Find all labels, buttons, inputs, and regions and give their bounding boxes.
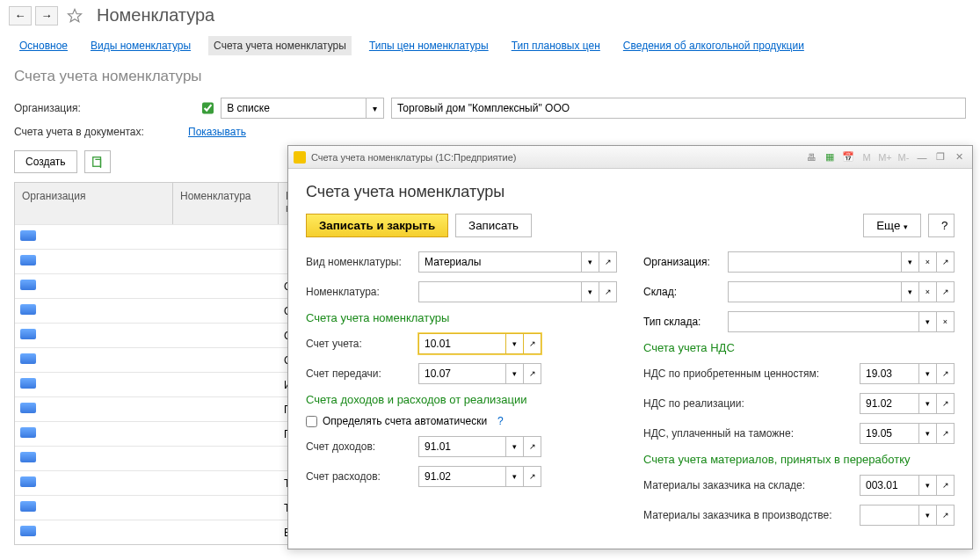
create-button[interactable]: Создать — [14, 150, 77, 173]
row-icon — [20, 476, 36, 487]
warehouse-label: Склад: — [643, 286, 722, 298]
transfer-input[interactable]: 10.07 ▾ ↗ — [418, 363, 541, 384]
chevron-down-icon[interactable]: ▾ — [506, 466, 524, 487]
warehouse-input[interactable]: ▾ × ↗ — [728, 281, 955, 302]
kind-label: Вид номенклатуры: — [306, 256, 413, 268]
warehouse-type-input[interactable]: ▾ × — [728, 311, 955, 332]
account-input[interactable]: 10.01 ▾ ↗ — [418, 333, 541, 354]
nav-forward-button[interactable]: → — [35, 6, 58, 25]
row-icon — [20, 526, 36, 536]
filter-mode-select[interactable]: В списке ▾ — [221, 98, 384, 119]
open-icon[interactable]: ↗ — [937, 393, 955, 414]
clear-icon[interactable]: × — [919, 281, 937, 302]
open-icon[interactable]: ↗ — [937, 251, 955, 273]
kind-input[interactable]: Материалы ▾ ↗ — [418, 251, 617, 273]
save-button[interactable]: Записать — [455, 214, 532, 237]
nav-back-button[interactable]: ← — [9, 6, 32, 25]
chevron-down-icon[interactable]: ▾ — [919, 475, 937, 496]
auto-accounts-label: Определять счета автоматически — [323, 415, 487, 427]
open-icon[interactable]: ↗ — [599, 281, 617, 302]
chevron-down-icon[interactable]: ▾ — [902, 251, 919, 273]
tab-price-types[interactable]: Типы цен номенклатуры — [364, 36, 494, 55]
mat-stock-input[interactable]: 003.01 ▾ ↗ — [860, 475, 955, 496]
tab-planned-price[interactable]: Тип плановых цен — [506, 36, 606, 55]
mat-prod-label: Материалы заказчика в производстве: — [643, 509, 854, 521]
col-organization[interactable]: Организация — [15, 183, 173, 224]
chevron-down-icon[interactable]: ▾ — [506, 333, 524, 354]
warehouse-type-label: Тип склада: — [643, 316, 722, 328]
m-minus-button[interactable]: M- — [896, 150, 911, 164]
row-icon — [20, 452, 36, 462]
svg-marker-0 — [69, 9, 82, 21]
clear-icon[interactable]: × — [937, 311, 955, 332]
group-materials-title: Счета учета материалов, принятых в перер… — [643, 453, 955, 466]
open-icon[interactable]: ↗ — [524, 466, 541, 487]
clear-icon[interactable]: × — [919, 251, 937, 273]
org-input[interactable]: ▾ × ↗ — [728, 251, 955, 273]
transfer-label: Счет передачи: — [306, 367, 413, 380]
vat-customs-input[interactable]: 19.05 ▾ ↗ — [860, 423, 955, 444]
open-icon[interactable]: ↗ — [937, 363, 955, 384]
open-icon[interactable]: ↗ — [524, 333, 541, 354]
maximize-button[interactable]: ❐ — [933, 150, 948, 164]
tab-main[interactable]: Основное — [14, 36, 73, 55]
open-icon[interactable]: ↗ — [524, 363, 541, 384]
chevron-down-icon[interactable]: ▾ — [919, 311, 937, 332]
income-input[interactable]: 91.01 ▾ ↗ — [418, 436, 541, 457]
open-icon[interactable]: ↗ — [599, 251, 617, 273]
open-icon[interactable]: ↗ — [937, 423, 955, 444]
auto-accounts-checkbox[interactable] — [306, 416, 317, 427]
row-icon — [20, 280, 36, 290]
tabs-bar: Основное Виды номенклатуры Счета учета н… — [0, 31, 980, 64]
docs-show-link[interactable]: Показывать — [188, 126, 246, 138]
calc-icon[interactable]: ▦ — [822, 150, 838, 164]
mat-prod-input[interactable]: ▾ ↗ — [860, 505, 955, 526]
docs-label: Счета учета в документах: — [14, 126, 181, 138]
vat-sale-input[interactable]: 91.02 ▾ ↗ — [860, 393, 955, 414]
open-icon[interactable]: ↗ — [524, 436, 541, 457]
expense-input[interactable]: 91.02 ▾ ↗ — [418, 466, 541, 487]
tab-alcohol[interactable]: Сведения об алкогольной продукции — [618, 36, 809, 55]
chevron-down-icon[interactable]: ▾ — [919, 393, 937, 414]
chevron-down-icon[interactable]: ▾ — [902, 281, 919, 302]
section-title: Счета учета номенклатуры — [0, 64, 980, 94]
close-button[interactable]: ✕ — [951, 150, 967, 164]
print-icon[interactable]: 🖶 — [803, 150, 819, 164]
favorite-star-icon[interactable] — [67, 8, 83, 24]
tab-accounts[interactable]: Счета учета номенклатуры — [208, 36, 352, 55]
row-icon — [20, 230, 36, 241]
row-icon — [20, 329, 36, 339]
chevron-down-icon[interactable]: ▾ — [582, 251, 599, 273]
calendar-icon[interactable]: 📅 — [840, 150, 856, 164]
m-plus-button[interactable]: M+ — [877, 150, 893, 164]
svg-rect-1 — [92, 157, 100, 167]
nomen-input[interactable]: ▾ ↗ — [418, 281, 617, 302]
chevron-down-icon[interactable]: ▾ — [919, 505, 937, 526]
app-logo-icon — [294, 151, 306, 164]
expense-label: Счет расходов: — [306, 470, 413, 483]
m-button[interactable]: M — [859, 150, 875, 164]
copy-button[interactable] — [84, 150, 111, 173]
minimize-button[interactable]: — — [914, 150, 930, 164]
help-icon[interactable]: ? — [497, 415, 504, 427]
chevron-down-icon[interactable]: ▾ — [919, 363, 937, 384]
chevron-down-icon[interactable]: ▾ — [919, 423, 937, 444]
vat-purchased-input[interactable]: 19.03 ▾ ↗ — [860, 363, 955, 384]
col-nomenclature[interactable]: Номенклатура — [173, 183, 279, 224]
org-filter-label: Организация: — [14, 102, 102, 114]
dialog-heading: Счета учета номенклатуры — [306, 183, 955, 201]
open-icon[interactable]: ↗ — [937, 281, 955, 302]
save-close-button[interactable]: Записать и закрыть — [306, 214, 448, 237]
chevron-down-icon[interactable]: ▾ — [582, 281, 599, 302]
org-value-select[interactable]: Торговый дом "Комплексный" ООО — [391, 98, 966, 119]
chevron-down-icon: ▾ — [366, 98, 383, 118]
org-filter-checkbox[interactable] — [202, 102, 214, 114]
help-button[interactable]: ? — [928, 214, 955, 237]
open-icon[interactable]: ↗ — [937, 505, 955, 526]
chevron-down-icon[interactable]: ▾ — [506, 436, 524, 457]
accounts-dialog: Счета учета номенклатуры (1С:Предприятие… — [287, 145, 973, 549]
open-icon[interactable]: ↗ — [937, 475, 955, 496]
chevron-down-icon[interactable]: ▾ — [506, 363, 524, 384]
more-button[interactable]: Еще ▾ — [863, 214, 921, 237]
tab-types[interactable]: Виды номенклатуры — [85, 36, 196, 55]
